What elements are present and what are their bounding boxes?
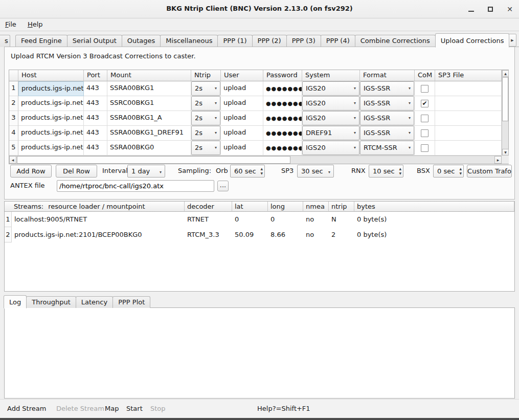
sp3-file-cell[interactable] — [435, 111, 502, 126]
tab-feed-engine[interactable]: Feed Engine — [15, 35, 67, 47]
host-cell[interactable]: products.igs-ip.net — [18, 96, 84, 111]
mount-cell[interactable]: SSRA00BKG1 — [107, 81, 191, 96]
password-cell[interactable]: ●●●●●●● — [263, 141, 302, 156]
password-cell[interactable]: ●●●●●●● — [263, 126, 302, 141]
titlebar[interactable]: BKG Ntrip Client (BNC) Version 2.13.0 (o… — [0, 0, 519, 18]
bsx-spinbox[interactable]: 0 sec▲▼ — [433, 165, 464, 178]
format-select[interactable]: IGS-SSR▾ — [360, 96, 414, 110]
com-checkbox[interactable]: ✔ — [421, 100, 428, 107]
spin-down-icon[interactable]: ▼ — [399, 171, 401, 175]
system-select[interactable]: IGS20▾ — [302, 111, 359, 125]
sp3-file-cell[interactable] — [435, 96, 502, 111]
tab-ppp-3[interactable]: PPP (3) — [286, 35, 321, 47]
tab-ppp-2[interactable]: PPP (2) — [252, 35, 287, 47]
scroll-left-icon[interactable]: ◀ — [9, 156, 16, 164]
user-cell[interactable]: upload — [221, 96, 263, 111]
format-select[interactable]: RTCM-SSR▾ — [360, 141, 414, 155]
tab-log[interactable]: Log — [4, 295, 27, 308]
tab-latency[interactable]: Latency — [76, 296, 113, 308]
sp3-file-cell[interactable] — [435, 81, 502, 96]
maximize-icon[interactable] — [486, 5, 494, 13]
port-cell[interactable]: 443 — [84, 126, 107, 141]
tab-serial-output[interactable]: Serial Output — [67, 35, 122, 47]
scroll-up-icon[interactable]: ▲ — [502, 70, 509, 77]
sp3-file-cell[interactable] — [435, 141, 502, 156]
minimize-icon[interactable] — [467, 5, 475, 13]
user-cell[interactable]: upload — [221, 81, 263, 96]
interval-select[interactable]: 1 day▾ — [127, 165, 165, 178]
host-cell[interactable]: products.igs-ip.net — [18, 126, 84, 141]
ntrip-select[interactable]: 2s▾ — [191, 111, 220, 125]
system-select[interactable]: DREF91▾ — [302, 126, 359, 140]
scroll-down-icon[interactable]: ▼ — [502, 149, 509, 156]
user-cell[interactable]: upload — [221, 126, 263, 141]
mount-cell[interactable]: SSRA00BKG1_DREF91 — [107, 126, 191, 141]
system-select[interactable]: IGS20▾ — [302, 96, 359, 110]
com-checkbox[interactable] — [421, 115, 428, 122]
menu-help[interactable]: Help — [24, 19, 47, 28]
horizontal-scrollbar[interactable]: ◀ ▶ — [9, 156, 502, 164]
com-checkbox[interactable] — [421, 129, 428, 137]
format-select[interactable]: IGS-SSR▾ — [360, 81, 414, 96]
tab-miscellaneous[interactable]: Miscellaneous — [160, 35, 218, 47]
password-cell[interactable]: ●●●●●●● — [263, 96, 302, 111]
spin-up-icon[interactable]: ▲ — [399, 167, 401, 170]
tab-ppp-1[interactable]: PPP (1) — [217, 35, 252, 47]
rnx-spinbox[interactable]: 10 sec▲▼ — [369, 165, 403, 178]
stream-row[interactable]: 1 localhost:9005/RTNET RTNET 0 0 no N 0 … — [5, 212, 514, 227]
horizontal-scroll-thumb[interactable] — [17, 156, 290, 164]
host-cell[interactable]: products.igs-ip.net — [18, 141, 84, 156]
tab-combine-corrections[interactable]: Combine Corrections — [355, 35, 436, 47]
format-select[interactable]: IGS-SSR▾ — [360, 126, 414, 140]
mount-cell[interactable]: SSRA00BKG0 — [107, 141, 191, 156]
tab-outages[interactable]: Outages — [122, 35, 161, 47]
scroll-right-icon[interactable]: ▶ — [494, 156, 502, 164]
del-row-button[interactable]: Del Row — [56, 165, 97, 178]
tab-scroll-right-icon[interactable]: ▶ — [508, 34, 516, 47]
tab-partial-streams[interactable]: s — [0, 35, 10, 47]
spin-up-icon[interactable]: ▲ — [459, 167, 462, 170]
system-select[interactable]: IGS20▾ — [302, 81, 359, 96]
ntrip-select[interactable]: 2s▾ — [191, 96, 220, 110]
start-button[interactable]: Start — [126, 405, 143, 412]
browse-button[interactable]: ... — [217, 181, 229, 191]
orb-spinbox[interactable]: 60 sec▲▼ — [230, 165, 265, 178]
port-cell[interactable]: 443 — [84, 141, 107, 156]
sp3-file-cell[interactable] — [435, 126, 502, 141]
port-cell[interactable]: 443 — [84, 81, 107, 96]
host-cell[interactable]: products.igs-ip.net — [18, 111, 84, 126]
add-stream-button[interactable]: Add Stream — [7, 405, 46, 412]
password-cell[interactable]: ●●●●●●● — [263, 81, 302, 96]
ntrip-select[interactable]: 2s▾ — [191, 81, 220, 96]
tab-upload-corrections[interactable]: Upload Corrections — [435, 33, 510, 48]
stream-row[interactable]: 2 products.igs-ip.net:2101/BCEP00BKG0 RT… — [5, 227, 514, 242]
tab-ppp-4[interactable]: PPP (4) — [321, 35, 355, 47]
add-row-button[interactable]: Add Row — [10, 165, 52, 178]
ntrip-select[interactable]: 2s▾ — [191, 126, 220, 140]
com-checkbox[interactable] — [421, 85, 428, 93]
mount-cell[interactable]: SSRC00BKG1 — [107, 96, 191, 111]
host-cell[interactable]: products.igs-ip.net — [18, 81, 84, 96]
sp3-select[interactable]: 30 sec▾ — [297, 165, 334, 178]
tab-ppp-plot[interactable]: PPP Plot — [112, 296, 150, 308]
tab-throughput[interactable]: Throughput — [26, 296, 76, 308]
port-cell[interactable]: 443 — [84, 96, 107, 111]
antex-file-input[interactable] — [57, 180, 214, 192]
port-cell[interactable]: 443 — [84, 111, 107, 126]
password-cell[interactable]: ●●●●●●● — [263, 111, 302, 126]
close-icon[interactable]: ✕ — [506, 5, 514, 13]
com-checkbox[interactable] — [421, 144, 428, 152]
system-select[interactable]: IGS20▾ — [302, 141, 359, 155]
map-button[interactable]: Map — [105, 405, 119, 412]
format-select[interactable]: IGS-SSR▾ — [360, 111, 414, 125]
vertical-scrollbar[interactable]: ▲ ▼ — [502, 70, 508, 156]
ntrip-select[interactable]: 2s▾ — [191, 141, 220, 155]
spin-up-icon[interactable]: ▲ — [260, 167, 263, 170]
spin-down-icon[interactable]: ▼ — [260, 171, 263, 175]
spin-down-icon[interactable]: ▼ — [459, 171, 462, 175]
user-cell[interactable]: upload — [221, 111, 263, 126]
user-cell[interactable]: upload — [221, 141, 263, 156]
log-panel[interactable] — [4, 307, 515, 399]
vertical-scroll-thumb[interactable] — [502, 77, 508, 121]
custom-trafo-button[interactable]: Custom Trafo — [467, 165, 512, 178]
